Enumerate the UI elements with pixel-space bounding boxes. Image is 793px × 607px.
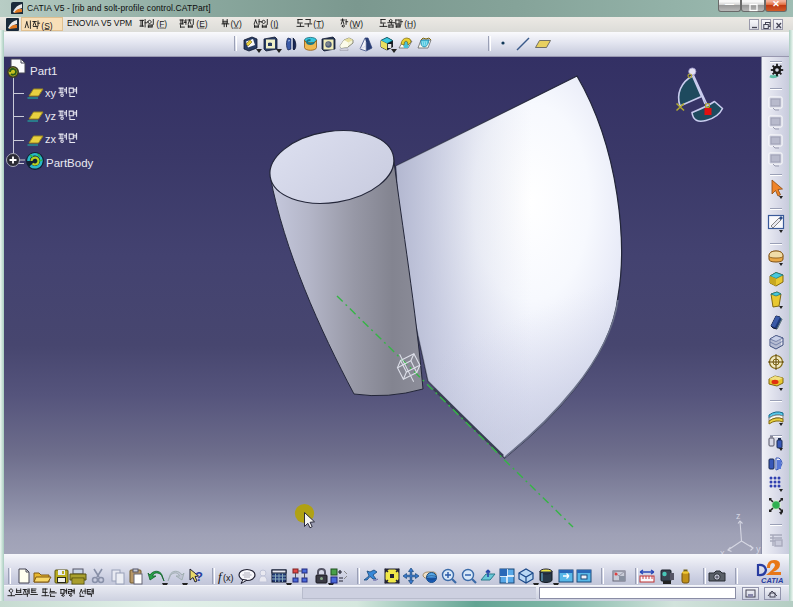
svg-text:(x): (x) xyxy=(223,573,234,583)
svg-text:?: ? xyxy=(195,569,203,584)
svg-text:yz: yz xyxy=(45,110,56,122)
svg-text:(V): (V) xyxy=(230,19,242,29)
svg-text:(H): (H) xyxy=(404,19,416,29)
svg-text:CATIA: CATIA xyxy=(761,576,783,585)
svg-text:(W): (W) xyxy=(349,19,363,29)
svg-text:(S): (S) xyxy=(41,21,53,31)
svg-text:(I): (I) xyxy=(270,19,278,29)
svg-text:(F): (F) xyxy=(156,19,167,29)
svg-text:(E): (E) xyxy=(196,19,208,29)
svg-text:(T): (T) xyxy=(313,19,324,29)
svg-text:xy: xy xyxy=(45,87,57,99)
svg-text:zx: zx xyxy=(45,133,57,145)
svg-text:z: z xyxy=(736,511,741,521)
